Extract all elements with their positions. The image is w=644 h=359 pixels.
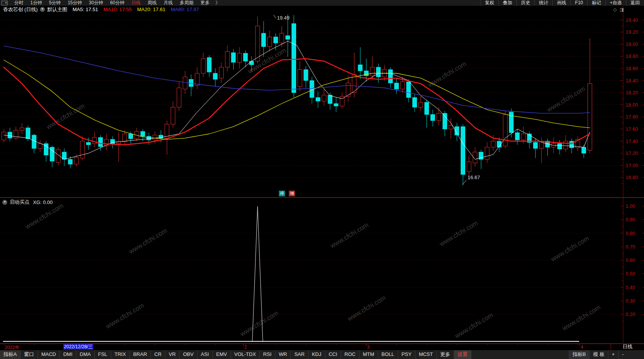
candle-down	[328, 95, 332, 104]
toolbar-item-PSY[interactable]: PSY	[398, 350, 415, 359]
toolbar-item-窗口[interactable]: 窗口	[21, 350, 38, 359]
toolbar-item-MCST[interactable]: MCST	[415, 350, 437, 359]
toolbar-item-ASI[interactable]: ASI	[198, 350, 213, 359]
date-tick	[397, 344, 397, 345]
chevron-down-circle-icon[interactable]: ▾	[40, 7, 45, 12]
candle-up	[2, 132, 6, 140]
date-tick	[548, 344, 548, 345]
more-arrow-icon[interactable]: 》	[213, 0, 222, 6]
toolbar-item-VOL-TDX[interactable]: VOL-TDX	[231, 350, 260, 359]
topbar-button-F10[interactable]: F10	[570, 0, 587, 6]
candle-down	[394, 83, 399, 89]
month-label-2: 2	[244, 344, 247, 350]
date-tick	[185, 344, 186, 345]
toolbar-item-DMI[interactable]: DMI	[60, 350, 76, 359]
topbar-button-统计[interactable]: 统计	[534, 0, 552, 6]
ma-line-ma20	[4, 60, 590, 139]
toolbar-item-设置[interactable]: 设置	[454, 350, 471, 359]
candle-up	[467, 162, 471, 171]
month-tick	[580, 344, 580, 346]
pane-button-停[interactable]: 停	[279, 191, 285, 196]
symbol-header: 香农芯创 (日线) ▾ 默认主图 MA5: 17.51MA10: 17.55MA…	[0, 6, 644, 13]
period-tab-30分钟[interactable]: 30分钟	[86, 0, 107, 6]
toolbar-item-BOLL[interactable]: BOLL	[378, 350, 398, 359]
indicator-pane[interactable]: 1.000.900.800.700.600.500.400.300.20	[0, 198, 644, 343]
period-tab-分时[interactable]: 分时	[11, 0, 27, 6]
candle-up	[195, 73, 199, 86]
main-candlestick-pane[interactable]: 19.4019.2019.0018.8018.6018.4018.2018.00…	[0, 13, 644, 197]
main-chart-canvas: 19.4019.2019.0018.8018.6018.4018.2018.00…	[0, 13, 644, 197]
diamond-icon[interactable]: ◇	[613, 7, 616, 12]
period-tab-月线[interactable]: 月线	[160, 0, 176, 6]
candle-down	[431, 114, 435, 120]
ma-readout-ma5: MA5: 17.51	[72, 7, 98, 12]
selected-date-badge[interactable]: 2022/12/28/三	[63, 344, 93, 350]
indicator-axis-label: 0.50	[626, 271, 635, 277]
toolbar-item-BRAR[interactable]: BRAR	[130, 350, 151, 359]
candle-down	[376, 67, 380, 77]
toolbar-item-MACD[interactable]: MACD	[38, 350, 60, 359]
toolbar-item-FSL[interactable]: FSL	[95, 350, 111, 359]
topbar-button-画线[interactable]: 画线	[552, 0, 570, 6]
candle-down	[68, 159, 72, 164]
candle-up	[491, 141, 495, 147]
candle-up	[153, 135, 157, 140]
toolbar-right-item--[interactable]: -	[618, 350, 627, 359]
chevron-down-circle-icon[interactable]: ▾	[2, 200, 7, 205]
candle-down	[461, 127, 465, 175]
toolbar-right-item-+[interactable]: +	[608, 350, 618, 359]
indicator-axis-label: 0.20	[626, 311, 635, 317]
price-axis-label: 18.20	[626, 90, 638, 96]
candle-down	[231, 53, 236, 62]
indicator-shortcuts: 指标A窗口MACDDMIDMAFSLTRIXBRARCRVROBVASIEMVV…	[0, 350, 471, 359]
toolbar-item-RSI[interactable]: RSI	[260, 350, 275, 359]
indicator-axis-label: 0.30	[626, 298, 635, 304]
toolbar-right-item-模 板[interactable]: 模 板	[589, 350, 608, 359]
toolbar-right-item-指标B[interactable]: 指标B	[569, 350, 590, 359]
toolbar-item-SAR[interactable]: SAR	[291, 350, 308, 359]
topbar-button-历史[interactable]: 历史	[516, 0, 534, 6]
toolbar-item-KDJ[interactable]: KDJ	[308, 350, 325, 359]
ma-readout-ma10: MA10: 17.55	[104, 7, 132, 12]
toolbar-item-更多[interactable]: 更多	[437, 350, 454, 359]
indicator-value: XG: 0.00	[33, 199, 53, 205]
period-tab-5分钟[interactable]: 5分钟	[46, 0, 64, 6]
candle-up	[225, 51, 229, 67]
toolbar-item-指标A[interactable]: 指标A	[0, 350, 21, 359]
period-tab-15分钟[interactable]: 15分钟	[64, 0, 85, 6]
split-panel-icon[interactable]: ◨	[620, 7, 624, 12]
topbar-button-+自选[interactable]: +自选	[605, 0, 626, 6]
toolbar-item-OBV[interactable]: OBV	[180, 350, 197, 359]
candle-down	[8, 132, 12, 138]
topbar-button-叠加[interactable]: 叠加	[498, 0, 516, 6]
toolbar-item-TRIX[interactable]: TRIX	[111, 350, 130, 359]
app-window-icon[interactable]	[2, 1, 8, 5]
candle-down	[558, 143, 562, 149]
topbar-button-标记[interactable]: 标记	[587, 0, 605, 6]
toolbar-item-ROC[interactable]: ROC	[341, 350, 359, 359]
period-tab-60分钟[interactable]: 60分钟	[107, 0, 128, 6]
period-tab-日线[interactable]: 日线	[128, 0, 144, 6]
period-tab-更多[interactable]: 更多	[197, 0, 213, 6]
toolbar-item-DMA[interactable]: DMA	[76, 350, 95, 359]
period-tab-多周期[interactable]: 多周期	[176, 0, 197, 6]
topbar-button-返回[interactable]: 返回	[626, 0, 644, 6]
toolbar-item-CR[interactable]: CR	[151, 350, 165, 359]
candle-up	[418, 102, 423, 107]
month-tick	[366, 344, 366, 346]
main-chart-preset-dropdown[interactable]: 默认主图	[47, 6, 67, 13]
toolbar-item-EMV[interactable]: EMV	[213, 350, 231, 359]
toolbar-item-WR[interactable]: WR	[275, 350, 291, 359]
candle-up	[485, 147, 489, 160]
pane-button-增[interactable]: 增	[289, 191, 295, 196]
period-tab-1分钟[interactable]: 1分钟	[27, 0, 46, 6]
toolbar-item-CCI[interactable]: CCI	[325, 350, 341, 359]
period-tab-周线[interactable]: 周线	[144, 0, 160, 6]
toolbar-item-VR[interactable]: VR	[165, 350, 180, 359]
topbar-button-复权[interactable]: 复权	[480, 0, 498, 6]
indicator-axis-label: 0.40	[626, 285, 635, 290]
candle-up	[177, 88, 181, 107]
candle-up	[237, 53, 242, 63]
toolbar-item-MTM[interactable]: MTM	[359, 350, 378, 359]
candle-down	[141, 132, 145, 137]
